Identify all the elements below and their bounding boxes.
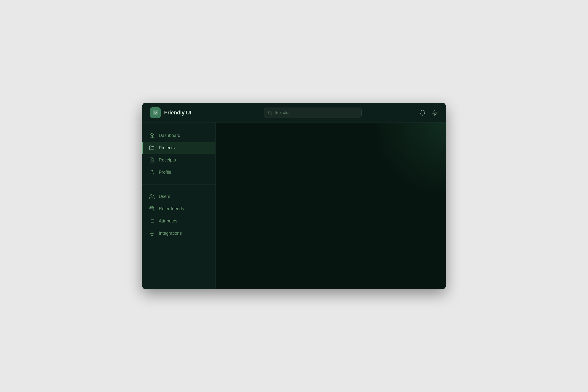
sidebar-item-receipts[interactable]: Receipts	[142, 154, 215, 166]
nav-group-main: Dashboard Projects	[142, 129, 215, 184]
sidebar-item-users[interactable]: Users	[142, 190, 215, 202]
bell-icon	[420, 110, 426, 116]
sidebar-item-attributes[interactable]: Attributes	[142, 215, 215, 227]
user-icon	[149, 169, 155, 175]
lightning-icon	[432, 110, 438, 116]
sidebar-item-label: Projects	[159, 145, 175, 150]
svg-point-2	[156, 112, 157, 112]
search-input[interactable]	[275, 110, 358, 115]
search-bar[interactable]	[264, 108, 362, 118]
sidebar-item-label: Refer friends	[159, 206, 184, 212]
sidebar-item-profile[interactable]: Profile	[142, 166, 215, 178]
sidebar-item-label: Integrations	[159, 231, 182, 236]
lightning-button[interactable]	[432, 110, 438, 116]
sidebar: Dashboard Projects	[142, 122, 216, 289]
svg-line-4	[271, 114, 272, 114]
sidebar-item-label: Receipts	[159, 158, 176, 163]
sidebar-item-label: Users	[159, 194, 170, 199]
home-icon	[149, 132, 155, 138]
sidebar-item-dashboard[interactable]: Dashboard	[142, 129, 215, 142]
header: Friendly UI	[142, 103, 446, 122]
sidebar-item-label: Attributes	[159, 218, 178, 224]
content-area	[216, 122, 446, 289]
sidebar-item-integrations[interactable]: Integrations	[142, 227, 215, 239]
main-layout: Dashboard Projects	[142, 122, 446, 289]
svg-point-9	[151, 170, 153, 172]
sidebar-item-label: Profile	[159, 170, 171, 175]
plug-icon	[149, 230, 155, 236]
sidebar-item-label: Dashboard	[159, 133, 180, 138]
receipt-icon	[149, 157, 155, 163]
header-actions	[420, 110, 438, 116]
svg-point-10	[150, 194, 152, 196]
svg-point-1	[154, 112, 155, 112]
gift-icon	[149, 206, 155, 212]
app-title: Friendly UI	[164, 110, 191, 116]
svg-rect-0	[153, 110, 158, 116]
logo-area: Friendly UI	[150, 107, 214, 118]
logo-icon	[150, 107, 161, 118]
notification-button[interactable]	[420, 110, 426, 116]
app-window: Friendly UI	[142, 103, 446, 289]
header-center	[214, 108, 412, 118]
logo-svg	[152, 110, 158, 116]
nav-group-secondary: Users Refer friends	[142, 184, 215, 245]
folder-icon	[149, 145, 155, 151]
sidebar-item-refer-friends[interactable]: Refer friends	[142, 202, 215, 215]
svg-marker-5	[432, 110, 437, 116]
search-icon	[268, 110, 272, 115]
users-icon	[149, 194, 155, 200]
content-gradient	[372, 122, 446, 196]
list-icon	[149, 218, 155, 224]
sidebar-item-projects[interactable]: Projects	[142, 142, 215, 154]
